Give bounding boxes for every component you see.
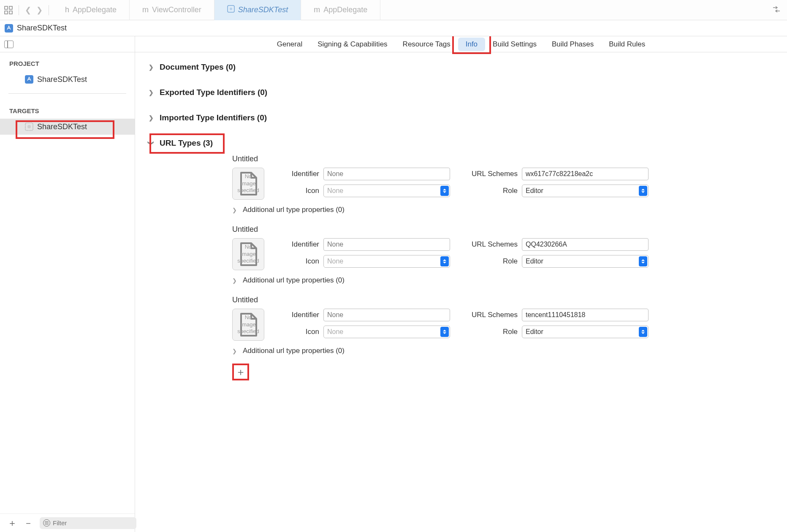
chevron-right-icon: ❯: [148, 114, 155, 121]
adjust-editor-icon[interactable]: [772, 6, 787, 14]
url-entry-title: Untitled: [232, 152, 753, 168]
section-title: Exported Type Identifiers (0): [160, 88, 267, 97]
add-url-type-button[interactable]: ＋: [232, 364, 249, 380]
icon-label: Icon: [277, 257, 323, 266]
tab-label: ViewController: [152, 5, 201, 14]
stepper-icon: [440, 186, 449, 196]
additional-properties-row[interactable]: ❯ Additional url type properties (0): [232, 341, 753, 358]
identifier-field[interactable]: [323, 238, 450, 251]
identifier-field[interactable]: [323, 168, 450, 180]
icon-combobox[interactable]: None: [323, 185, 450, 197]
editor-tab-appdelegate-h[interactable]: h AppDelegate: [52, 0, 130, 20]
tab-label: AppDelegate: [73, 5, 117, 14]
svg-point-5: [230, 8, 232, 10]
add-button[interactable]: ＋: [4, 517, 20, 529]
stepper-icon: [639, 256, 647, 266]
tab-label: AppDelegate: [323, 5, 367, 14]
targets-section-title: TARGETS: [0, 100, 135, 119]
chevron-right-icon: ❯: [148, 89, 155, 96]
url-schemes-label: URL Schemes: [450, 170, 522, 178]
identifier-label: Identifier: [277, 240, 323, 249]
h-file-icon: h: [65, 5, 69, 14]
identifier-label: Identifier: [277, 311, 323, 319]
sidebar-target-item[interactable]: ShareSDKTest: [0, 119, 135, 135]
svg-point-9: [27, 125, 31, 128]
url-schemes-field[interactable]: [522, 309, 649, 321]
target-item-label: ShareSDKTest: [37, 122, 87, 131]
section-exported-types[interactable]: ❯ Exported Type Identifiers (0): [148, 84, 779, 101]
image-well[interactable]: Noimagespecified: [232, 238, 264, 270]
url-schemes-field[interactable]: [522, 168, 649, 180]
stepper-icon: [639, 186, 647, 196]
project-icon: [4, 24, 14, 33]
divider: [8, 93, 126, 94]
image-well[interactable]: Noimagespecified: [232, 168, 264, 200]
chevron-down-icon: ❯: [148, 140, 155, 147]
url-type-entry: Untitled Noimagespecified Identifier URL…: [232, 293, 753, 358]
divider: [19, 5, 19, 15]
chevron-right-icon: ❯: [148, 64, 155, 71]
url-schemes-field[interactable]: [522, 238, 649, 251]
tab-resource-tags[interactable]: Resource Tags: [395, 38, 458, 51]
divider: [49, 5, 49, 15]
section-title: Document Types (0): [160, 62, 236, 72]
url-type-entry: Untitled Noimagespecified Identifier URL…: [232, 152, 753, 217]
breadcrumb-title[interactable]: ShareSDKTest: [17, 24, 67, 33]
svg-rect-3: [9, 11, 12, 14]
tab-signing[interactable]: Signing & Capabilities: [310, 38, 395, 51]
editor-tab-appdelegate-m[interactable]: m AppDelegate: [301, 0, 380, 20]
sidebar-top: [0, 36, 135, 52]
project-icon: [24, 75, 34, 84]
identifier-field[interactable]: [323, 309, 450, 321]
forward-arrow-icon[interactable]: ❯: [34, 5, 45, 15]
additional-label: Additional url type properties (0): [243, 276, 345, 285]
role-combobox[interactable]: Editor: [522, 185, 649, 197]
icon-combobox[interactable]: None: [323, 326, 450, 338]
icon-label: Icon: [277, 187, 323, 195]
section-title: Imported Type Identifiers (0): [160, 113, 267, 122]
url-type-entry: Untitled Noimagespecified Identifier URL…: [232, 223, 753, 287]
tab-build-settings[interactable]: Build Settings: [485, 38, 544, 51]
content-area: General Signing & Capabilities Resource …: [135, 36, 787, 532]
editor-tab-viewcontroller[interactable]: m ViewController: [130, 0, 214, 20]
icon-combobox[interactable]: None: [323, 255, 450, 268]
additional-label: Additional url type properties (0): [243, 347, 345, 355]
stepper-icon: [639, 327, 647, 337]
additional-properties-row[interactable]: ❯ Additional url type properties (0): [232, 200, 753, 217]
url-schemes-label: URL Schemes: [450, 240, 522, 249]
role-combobox[interactable]: Editor: [522, 326, 649, 338]
section-title: URL Types (3): [160, 138, 213, 147]
tab-build-phases[interactable]: Build Phases: [544, 38, 601, 51]
tab-build-rules[interactable]: Build Rules: [601, 38, 653, 51]
remove-button[interactable]: －: [20, 517, 36, 529]
target-icon: [24, 122, 34, 131]
identifier-label: Identifier: [277, 170, 323, 178]
m-file-icon: m: [142, 5, 149, 14]
image-well[interactable]: Noimagespecified: [232, 309, 264, 341]
grid-icon[interactable]: [4, 6, 13, 14]
project-sidebar: PROJECT ShareSDKTest TARGETS ShareSDKTes…: [0, 36, 135, 532]
role-combobox[interactable]: Editor: [522, 255, 649, 268]
back-arrow-icon[interactable]: ❮: [22, 5, 34, 15]
sidebar-bottom-toolbar: ＋ －: [0, 513, 135, 532]
filter-field[interactable]: [40, 517, 136, 529]
svg-rect-2: [5, 11, 8, 14]
svg-rect-1: [9, 6, 12, 9]
project-tab-bar: General Signing & Capabilities Resource …: [135, 36, 787, 52]
additional-properties-row[interactable]: ❯ Additional url type properties (0): [232, 270, 753, 287]
section-document-types[interactable]: ❯ Document Types (0): [148, 58, 779, 76]
project-item-label: ShareSDKTest: [37, 75, 87, 84]
filter-input[interactable]: [53, 519, 133, 527]
editor-tab-sharesdktest[interactable]: ShareSDKTest: [214, 0, 301, 20]
tab-general[interactable]: General: [269, 38, 310, 51]
section-imported-types[interactable]: ❯ Imported Type Identifiers (0): [148, 109, 779, 127]
url-schemes-label: URL Schemes: [450, 311, 522, 319]
sidebar-project-item[interactable]: ShareSDKTest: [0, 71, 135, 87]
additional-label: Additional url type properties (0): [243, 206, 345, 214]
role-label: Role: [450, 257, 522, 266]
role-label: Role: [450, 328, 522, 336]
sidebar-toggle-icon[interactable]: [4, 41, 14, 48]
section-url-types[interactable]: ❯ URL Types (3): [148, 134, 779, 152]
m-file-icon: m: [314, 5, 320, 14]
tab-info[interactable]: Info: [458, 38, 485, 51]
